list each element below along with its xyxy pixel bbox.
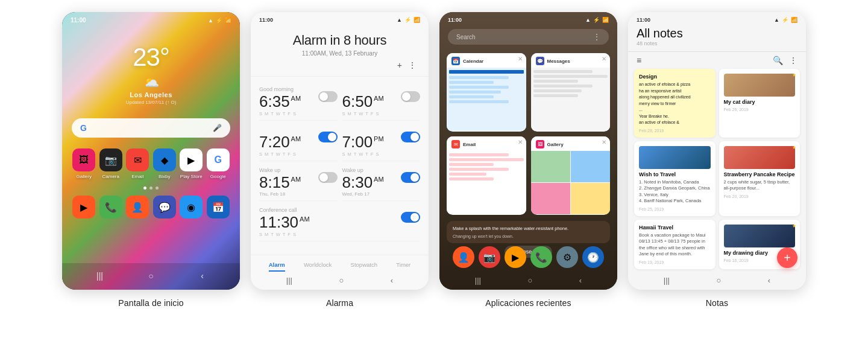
alarm-label-1 [342,86,384,92]
recent-card-3-close[interactable]: ✕ [518,139,523,145]
alarm-toggle-6[interactable] [401,212,420,223]
app-camera[interactable]: 📷 Camera [99,148,122,179]
notes-menu-icon[interactable]: ≡ [637,56,641,65]
note-date-catdiary: Feb 26, 2019 [724,107,796,112]
app-internet[interactable]: ◉ [180,196,203,218]
recent-card-1[interactable]: 📅 Calendar ✕ [447,53,526,132]
screen-home-label: Pantalla de inicio [118,298,183,308]
alarm-home-button[interactable]: ○ [339,276,344,285]
recent-card-2[interactable]: 💬 Messages ✕ [531,53,611,132]
alarm-time-5: 8:30AM [342,174,384,190]
home-home-button[interactable]: ○ [145,269,158,282]
alarm-toggle-4[interactable] [318,172,338,183]
notes-back-button[interactable]: ||| [664,276,670,285]
recent-card-2-header: 💬 Messages ✕ [531,53,611,68]
internet-icon: ◉ [180,196,203,218]
note-star-drawing: ★ [792,223,796,229]
note-card-catdiary[interactable]: My cat diary Feb 26, 2019 ★ [719,69,800,138]
notes-navbar: ||| ○ ‹ [628,273,806,290]
recent-card-3[interactable]: ✉ Email ✕ [447,136,526,215]
app-gallery[interactable]: 🖼 Gallery [72,148,95,179]
alarm-toggle-5[interactable] [401,172,420,183]
alarm-toggle-0[interactable] [318,91,338,102]
notes-recent-button[interactable]: ‹ [768,276,770,285]
dock-camera[interactable]: 📷 [479,246,500,268]
home-back-button[interactable]: ||| [93,269,107,282]
recent-card-3-content [447,151,526,214]
alarm-item-4: Wake up 8:15AM Thu, Feb 18 [259,161,338,201]
app-phone[interactable]: 📞 [99,196,122,218]
note-card-pancake[interactable]: Strawberry Pancake Recipe 2 cups white s… [719,141,800,216]
recent-card-4[interactable]: 🖼 Gallery ✕ [531,136,611,215]
dock-phone[interactable]: 📞 [530,246,552,268]
alarm-more-icon[interactable]: ⋮ [408,60,417,70]
home-location: Los Angeles [130,91,172,98]
dock-settings[interactable]: ⚙ [556,246,578,268]
note-text-hawaii: Book a vacation package to Maui 08/13 13… [639,232,711,258]
note-star-catdiary: ★ [792,72,796,78]
app-calendar[interactable]: 📅 [207,196,230,218]
alarm-tab-worldclock[interactable]: Worldclock [304,261,332,272]
home-temperature: 23° [133,43,169,72]
alarm-label-4: Wake up [259,167,301,173]
alarm-recent-button[interactable]: ‹ [391,276,393,285]
dock-clock[interactable]: 🕐 [582,246,604,268]
note-title-design: Design [639,74,711,80]
notes-home-button[interactable]: ○ [716,276,721,285]
playstore-label: Play Store [180,174,203,179]
notes-grid: Design an active of efolace & pizzaha an… [628,66,806,272]
alarm-statusbar: 11:00 ▲ ⚡ 📶 [251,12,429,24]
recent-back-button[interactable]: ||| [475,276,481,285]
app-playstore[interactable]: ▶ Play Store [180,148,203,179]
note-img-pancake [724,146,796,169]
home-weather: 23° ⛅ Los Angeles Updated 13/07/11 (↑ O) [62,43,240,105]
recent-card-1-close[interactable]: ✕ [518,56,523,62]
app-google[interactable]: G Google [207,148,230,179]
home-search-bar[interactable]: G 🎤 [72,118,230,138]
gallery-icon: 🖼 [72,148,95,171]
app-youtube[interactable]: ▶ [72,196,95,218]
alarm-toggle-1[interactable] [401,91,420,102]
home-recent-button[interactable]: ‹ [196,269,209,282]
youtube-icon: ▶ [72,196,95,218]
dock-contacts[interactable]: 👤 [453,246,474,268]
app-messages[interactable]: 💬 [153,196,176,218]
screen-alarm-label: Alarma [326,298,353,308]
recent-card-1-content [447,68,526,131]
mic-icon[interactable]: 🎤 [213,124,222,132]
camera-icon: 📷 [99,148,122,171]
alarm-tab-timer[interactable]: Timer [396,261,410,272]
recent-search-bar[interactable]: Search ⋮ [448,29,609,45]
note-title-pancake: Strawberry Pancake Recipe [724,171,796,177]
recent-card-4-close[interactable]: ✕ [602,139,606,145]
alarm-add-icon[interactable]: + [397,60,402,70]
notes-toolbar: ≡ 🔍 ⋮ [628,52,806,66]
notes-fab-button[interactable]: + [777,247,797,268]
alarm-subtitle: 11:00AM, Wed, 13 February [263,50,417,57]
alarm-toggle-2[interactable] [318,132,338,142]
recent-card-2-close[interactable]: ✕ [602,56,606,62]
recent-recent-button[interactable]: ‹ [579,276,582,285]
recent-home-button[interactable]: ○ [527,276,532,285]
notes-search-icon[interactable]: 🔍 [773,56,783,65]
alarm-toggle-3[interactable] [401,132,420,142]
note-card-hawaii[interactable]: Hawaii Travel Book a vacation package to… [634,220,715,269]
bixby-label: Bixby [159,174,171,179]
alarm-back-button[interactable]: ||| [286,276,292,285]
recent-card-2-content [531,68,611,131]
dock-youtube[interactable]: ▶ [505,246,526,268]
note-card-design[interactable]: Design an active of efolace & pizzaha an… [634,69,715,138]
alarm-tab-stopwatch[interactable]: Stopwatch [351,261,377,272]
recent-menu-icon[interactable]: ⋮ [593,33,600,41]
app-email[interactable]: ✉ Email [126,148,149,179]
note-card-travel[interactable]: Wish to Travel 1. Noted in Manitoba, Can… [634,141,715,216]
notes-signal-icon: ▲ [774,17,779,23]
note-img-drawing [724,225,796,247]
notes-more-icon[interactable]: ⋮ [789,56,797,65]
app-contacts[interactable]: 👤 [126,196,149,218]
note-title-travel: Wish to Travel [639,171,711,177]
recent-card-4-icon: 🖼 [536,140,544,148]
note-title-catdiary: My cat diary [724,99,796,105]
alarm-tab-alarm[interactable]: Alarm [269,261,285,272]
app-bixby[interactable]: ◆ Bixby [153,148,176,179]
